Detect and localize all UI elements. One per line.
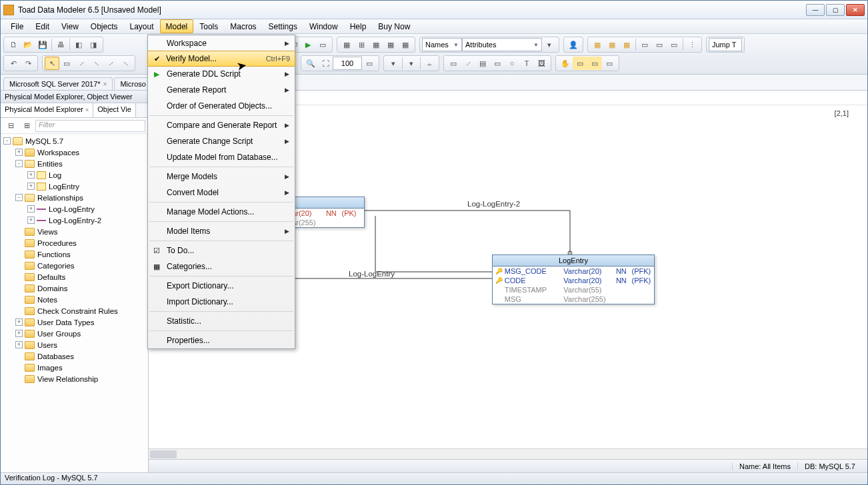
grid-icon[interactable]: ▦: [369, 38, 383, 51]
select-icon[interactable]: ▭: [602, 57, 617, 70]
jump-combo[interactable]: Jump T: [709, 38, 742, 51]
tree-node[interactable]: Domains: [1, 282, 148, 294]
horizontal-scrollbar[interactable]: [149, 448, 867, 459]
tree-node[interactable]: View Relationship: [1, 373, 148, 384]
align-icon[interactable]: ▦: [619, 38, 634, 51]
select-icon[interactable]: ▭: [587, 57, 602, 70]
tree-node[interactable]: Check Constraint Rules: [1, 305, 148, 316]
tree-node[interactable]: +Log-LogEntry: [1, 203, 148, 215]
grid-icon[interactable]: ▦: [383, 38, 398, 51]
zoom-value[interactable]: 100: [333, 57, 362, 70]
redo-icon[interactable]: ↷: [21, 57, 35, 70]
menu-item-statistic[interactable]: Statistic...: [148, 313, 295, 329]
tree-node[interactable]: Defaults: [1, 271, 148, 282]
menu-window[interactable]: Window: [303, 19, 344, 33]
grid-icon[interactable]: ▦: [398, 38, 413, 51]
doc-tab[interactable]: Microso: [114, 77, 152, 90]
tree-node[interactable]: +Log: [1, 169, 148, 181]
rel-tool-icon[interactable]: ⟍: [118, 57, 133, 70]
zoom-icon[interactable]: 🔍: [303, 57, 318, 70]
shape-icon[interactable]: ⟋: [461, 57, 475, 70]
tree-node[interactable]: +User Data Types: [1, 316, 148, 328]
menu-item-verify-model[interactable]: ✔Verify Model...Ctrl+F9: [147, 51, 295, 67]
menu-item-import-dictionary[interactable]: Import Dictionary...: [148, 294, 295, 310]
menu-item-export-dictionary[interactable]: Export Dictionary...: [148, 278, 295, 294]
menu-file[interactable]: File: [5, 19, 29, 33]
menu-item-compare-and-generate-report[interactable]: Compare and Generate Report▶: [148, 117, 295, 133]
new-icon[interactable]: 🗋: [6, 38, 21, 51]
more-icon[interactable]: ⋮: [685, 38, 699, 51]
shape-icon[interactable]: ▭: [446, 57, 461, 70]
shape-icon[interactable]: ▤: [475, 57, 490, 70]
menu-item-update-model-from-database[interactable]: Update Model from Database...: [148, 149, 295, 165]
menu-view[interactable]: View: [55, 19, 85, 33]
tree-node[interactable]: -Relationships: [1, 192, 148, 203]
menu-item-categories[interactable]: ▦Categories...: [148, 258, 295, 274]
menu-item-manage-model-actions[interactable]: Manage Model Actions...: [148, 204, 295, 220]
tree-node[interactable]: +User Groups: [1, 328, 148, 339]
menu-model[interactable]: Model: [160, 19, 194, 33]
menu-help[interactable]: Help: [344, 19, 373, 33]
menu-item-model-items[interactable]: Model Items▶: [148, 223, 295, 239]
hand-icon[interactable]: ✋: [558, 57, 573, 70]
tree-node[interactable]: Procedures: [1, 237, 148, 248]
menu-item-generate-ddl-script[interactable]: ▶Generate DDL Script▶: [148, 66, 295, 82]
tree-node[interactable]: Databases: [1, 350, 148, 362]
filter-input[interactable]: Filter: [35, 120, 145, 132]
menu-item-properties[interactable]: Properties...: [148, 332, 295, 348]
tree-node[interactable]: Categories: [1, 260, 148, 271]
entity-column[interactable]: TIMESTAMPVarchar(55): [493, 285, 654, 294]
menu-macros[interactable]: Macros: [224, 19, 262, 33]
layout-icon[interactable]: ▭: [637, 38, 652, 51]
rel-tool-icon[interactable]: ⟋: [103, 57, 118, 70]
tree-node[interactable]: +LogEntry: [1, 181, 148, 192]
tree-node[interactable]: Images: [1, 362, 148, 373]
menu-item-generate-report[interactable]: Generate Report▶: [148, 82, 295, 98]
rel-tool-icon[interactable]: ⟍: [89, 57, 103, 70]
menu-item-order-of-generated-objects[interactable]: Order of Generated Objects...: [148, 98, 295, 114]
menu-buy-now[interactable]: Buy Now: [372, 19, 416, 33]
maximize-button[interactable]: ▢: [826, 4, 845, 16]
tree-expand-icon[interactable]: ⊞: [19, 119, 34, 133]
sidebar-tab-explorer[interactable]: Physical Model Explorer×: [1, 103, 93, 117]
text-icon[interactable]: T: [519, 57, 534, 70]
menu-edit[interactable]: Edit: [29, 19, 55, 33]
rel-tool-icon[interactable]: ⟋: [74, 57, 89, 70]
shape-icon[interactable]: ▭: [490, 57, 505, 70]
sidebar-tab-viewer[interactable]: Object Vie: [93, 103, 136, 117]
tree-node[interactable]: +Log-LogEntry-2: [1, 215, 148, 226]
align-icon[interactable]: ▦: [590, 38, 605, 51]
tree-collapse-icon[interactable]: ⊟: [3, 119, 18, 133]
attributes-combo[interactable]: Attributes▼: [462, 38, 542, 51]
menu-objects[interactable]: Objects: [85, 19, 124, 33]
names-combo[interactable]: Names▼: [422, 38, 462, 51]
tree-node[interactable]: +Users: [1, 339, 148, 350]
menu-item-to-do[interactable]: ☑To Do...: [148, 242, 295, 258]
user-icon[interactable]: 👤: [566, 38, 581, 51]
tree-node[interactable]: Notes: [1, 294, 148, 305]
menu-item-merge-models[interactable]: Merge Models▶: [148, 169, 295, 185]
entity-column[interactable]: 🔑CODEVarchar(20)NN(PFK): [493, 276, 654, 285]
close-tab-icon[interactable]: ×: [103, 81, 107, 88]
relationship-label[interactable]: Log-LogEntry-2: [467, 200, 520, 208]
undo-icon[interactable]: ↶: [6, 57, 21, 70]
menu-tools[interactable]: Tools: [193, 19, 224, 33]
relationship-label[interactable]: Log-LogEntry: [349, 270, 395, 278]
tool-icon[interactable]: ◨: [86, 38, 101, 51]
tree-node[interactable]: Functions: [1, 248, 148, 260]
tree-node[interactable]: -MySQL 5.7: [1, 135, 148, 147]
select-icon[interactable]: ▭: [573, 57, 587, 70]
layout-icon[interactable]: ▭: [667, 38, 681, 51]
entity-tool-icon[interactable]: ▭: [59, 57, 74, 70]
menu-item-generate-change-script[interactable]: Generate Change Script▶: [148, 133, 295, 149]
tree-view[interactable]: -MySQL 5.7+Workspaces-Entities+Log+LogEn…: [1, 134, 148, 472]
tree-node[interactable]: Views: [1, 226, 148, 237]
close-button[interactable]: ✕: [846, 4, 865, 16]
print-icon[interactable]: 🖶: [53, 38, 68, 51]
grid-icon[interactable]: ▦: [339, 38, 354, 51]
menu-item-convert-model[interactable]: Convert Model▶: [148, 185, 295, 201]
layer-icon[interactable]: ▾: [386, 57, 401, 70]
menu-layout[interactable]: Layout: [124, 19, 160, 33]
fit-icon[interactable]: ⛶: [318, 57, 333, 70]
save-icon[interactable]: 💾: [35, 38, 50, 51]
